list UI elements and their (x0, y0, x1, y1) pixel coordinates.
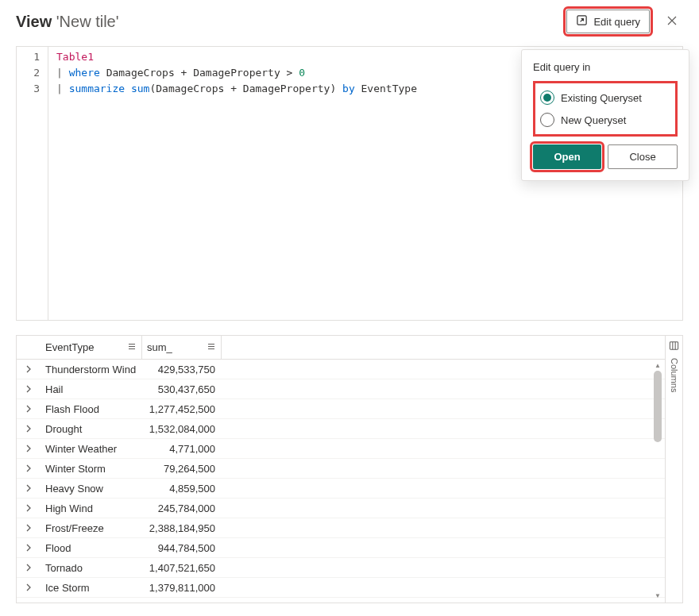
column-header-sum[interactable]: sum_ (142, 336, 222, 359)
cell-eventtype: Frost/Freeze (41, 522, 142, 534)
table-row[interactable]: Flood944,784,500 (17, 538, 665, 558)
expand-row-icon[interactable] (17, 425, 41, 433)
expand-row-icon[interactable] (17, 464, 41, 472)
cell-sum: 79,264,500 (142, 463, 222, 475)
table-row[interactable]: Drought1,532,084,000 (17, 419, 665, 439)
table-row[interactable]: High Wind245,784,000 (17, 499, 665, 518)
expand-row-icon[interactable] (17, 445, 41, 452)
cell-sum: 530,437,650 (142, 383, 222, 395)
table-row[interactable]: Tornado1,407,521,650 (17, 558, 665, 578)
title-name: 'New tile' (56, 13, 119, 30)
line-gutter: 1 2 3 (17, 47, 48, 320)
radio-new-queryset[interactable]: New Queryset (539, 109, 672, 131)
columns-icon (669, 341, 679, 353)
scroll-thumb[interactable] (654, 371, 662, 442)
scroll-down-icon[interactable]: ▼ (652, 590, 663, 601)
queryset-radio-group: Existing Queryset New Queryset (533, 81, 678, 137)
edit-query-button[interactable]: Edit query (566, 10, 650, 33)
radio-icon (540, 90, 554, 105)
expand-row-icon[interactable] (17, 405, 41, 413)
column-menu-icon[interactable] (207, 341, 216, 353)
cell-eventtype: High Wind (41, 502, 142, 514)
cell-eventtype: Ice Storm (41, 582, 142, 594)
table-row[interactable]: Ice Storm1,379,811,000 (17, 578, 665, 598)
expand-row-icon[interactable] (17, 484, 41, 492)
cell-eventtype: Tornado (41, 562, 142, 574)
cell-sum: 2,388,184,950 (142, 522, 222, 534)
cell-sum: 245,784,000 (142, 502, 222, 514)
column-header-eventtype[interactable]: EventType (41, 336, 142, 359)
cell-eventtype: Thunderstorm Wind (41, 364, 142, 375)
table-header: EventType sum_ (17, 336, 665, 360)
expand-row-icon[interactable] (17, 583, 41, 591)
table-row[interactable]: Hail530,437,650 (17, 379, 665, 399)
line-number: 2 (17, 65, 48, 81)
radio-icon (540, 113, 554, 127)
expand-row-icon[interactable] (17, 564, 41, 572)
scrollbar[interactable]: ▲ ▼ (652, 360, 663, 601)
header: View 'New tile' Edit query (0, 0, 699, 41)
cell-sum: 1,277,452,500 (142, 403, 222, 415)
cell-eventtype: Drought (41, 423, 142, 435)
cell-sum: 1,532,084,000 (142, 423, 222, 435)
title-prefix: View (16, 13, 52, 30)
columns-tab[interactable]: Columns (665, 336, 682, 603)
popup-buttons: Open Close (533, 144, 678, 169)
svg-rect-1 (670, 342, 678, 349)
expand-row-icon[interactable] (17, 365, 41, 373)
edit-query-label: Edit query (593, 16, 640, 28)
popup-title: Edit query in (533, 61, 678, 73)
table-row[interactable]: Flash Flood1,277,452,500 (17, 399, 665, 419)
expand-row-icon[interactable] (17, 524, 41, 532)
table-row[interactable]: Frost/Freeze2,388,184,950 (17, 518, 665, 538)
table-row[interactable]: Winter Storm79,264,500 (17, 459, 665, 479)
cell-sum: 1,407,521,650 (142, 562, 222, 574)
edit-query-popup: Edit query in Existing Queryset New Quer… (521, 49, 689, 181)
radio-existing-queryset[interactable]: Existing Queryset (539, 87, 672, 109)
column-menu-icon[interactable] (127, 341, 137, 353)
cell-sum: 429,533,750 (142, 364, 222, 375)
cell-eventtype: Hail (41, 383, 142, 395)
close-panel-button[interactable] (661, 10, 683, 33)
page-title: View 'New tile' (16, 13, 119, 31)
cell-sum: 4,771,000 (142, 443, 222, 455)
line-number: 3 (17, 81, 48, 97)
cell-eventtype: Flash Flood (41, 403, 142, 415)
scroll-up-icon[interactable]: ▲ (652, 360, 663, 371)
table-row[interactable]: Winter Weather4,771,000 (17, 439, 665, 459)
cell-eventtype: Winter Storm (41, 463, 142, 475)
expand-row-icon[interactable] (17, 544, 41, 552)
close-icon (666, 15, 678, 29)
close-button[interactable]: Close (608, 144, 678, 169)
cell-eventtype: Winter Weather (41, 443, 142, 455)
table-row[interactable]: Thunderstorm Wind429,533,750 (17, 360, 665, 379)
expand-row-icon[interactable] (17, 385, 41, 393)
open-button[interactable]: Open (533, 144, 601, 169)
cell-sum: 944,784,500 (142, 542, 222, 554)
cell-eventtype: Flood (41, 542, 142, 554)
results-table-pane: EventType sum_ Thunderstorm Wind429,533,… (16, 335, 683, 603)
open-external-icon (576, 14, 588, 29)
table-row[interactable]: Heavy Snow4,859,500 (17, 479, 665, 499)
cell-sum: 4,859,500 (142, 483, 222, 495)
cell-eventtype: Heavy Snow (41, 483, 142, 495)
expand-row-icon[interactable] (17, 504, 41, 512)
results-table: EventType sum_ Thunderstorm Wind429,533,… (17, 336, 665, 603)
cell-sum: 1,379,811,000 (142, 582, 222, 594)
columns-tab-label: Columns (670, 358, 679, 392)
line-number: 1 (17, 49, 48, 65)
table-body: Thunderstorm Wind429,533,750Hail530,437,… (17, 360, 665, 598)
